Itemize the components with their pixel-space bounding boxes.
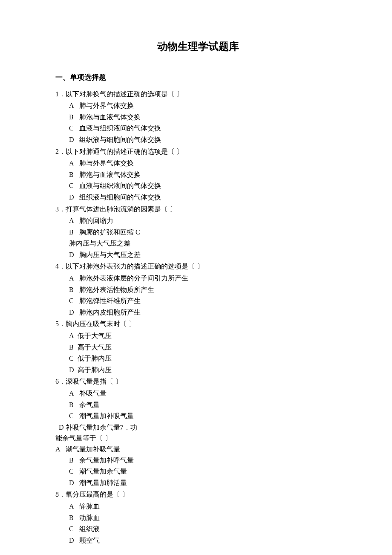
- question-3: 3．打算气体进出肺泡流淌的因素是〔 〕A 肺的回缩力B 胸廓的扩张和回缩 C肺内…: [55, 204, 341, 260]
- q7-option-d: D 潮气量加肺活量: [69, 477, 341, 489]
- option-letter: C: [69, 410, 78, 422]
- option-text: 潮气量加补吸气量: [78, 412, 134, 419]
- question-stem: 4．以下对肺泡外表张力的描述正确的选项是〔 〕: [55, 261, 341, 272]
- options-list: A 肺与外界气体交换B 肺泡与血液气体交换C 血液与组织液间的气体交换D 组织液…: [55, 158, 341, 202]
- option-d: D 肺泡内皮细胞所产生: [69, 307, 341, 318]
- option-letter: B: [69, 284, 78, 295]
- option-b: B 余气量: [69, 399, 341, 410]
- option-letter: A: [69, 215, 78, 226]
- option-text: 颗空气: [78, 537, 100, 544]
- question-stem: 8．氧分压最高的是〔 〕: [55, 489, 341, 500]
- option-wrapped: 肺内压与大气压之差: [69, 238, 341, 249]
- option-letter: A: [69, 100, 78, 111]
- page-title: 动物生理学试题库: [55, 38, 341, 55]
- option-letter: B: [69, 169, 78, 180]
- option-d: D 胸内压与大气压之差: [69, 249, 341, 260]
- option-a: A 肺与外界气体交换: [69, 158, 341, 169]
- question-text: 以下对肺通气的描述正确的选项是〔 〕: [66, 148, 183, 155]
- option-c: C 潮气量加补吸气量: [69, 410, 341, 422]
- question-2: 2．以下对肺通气的描述正确的选项是〔 〕A 肺与外界气体交换B 肺泡与血液气体交…: [55, 146, 341, 203]
- option-text: 组织液与细胞间的气体交换: [78, 136, 161, 143]
- option-letter: B: [69, 455, 78, 466]
- question-number: 5．: [55, 318, 66, 330]
- option-text: 补吸气量: [78, 390, 107, 397]
- option-text: 肺与外界气体交换: [78, 159, 134, 167]
- option-letter: C: [69, 353, 76, 364]
- question-5: 5．胸内压在吸气末时〔 〕A 低于大气压B 高于大气压C 低于肺内压D 高于肺内…: [55, 318, 341, 375]
- option-letter: C: [69, 466, 78, 477]
- option-a: A 低于大气压: [69, 330, 341, 341]
- option-text: 肺泡外表液体层的分子间引力所产生: [78, 275, 188, 282]
- option-a: A 静脉血: [69, 501, 341, 512]
- option-text: 肺泡弹性纤维所产生: [78, 297, 141, 304]
- options-list: A 肺的回缩力B 胸廓的扩张和回缩 C肺内压与大气压之差D 胸内压与大气压之差: [55, 215, 341, 260]
- question-number: 2．: [55, 146, 66, 157]
- option-c: C 低于肺内压: [69, 353, 341, 364]
- option-text: 肺的回缩力: [78, 217, 113, 224]
- option-d: D 高于肺内压: [69, 364, 341, 376]
- question-text: 深吸气量是指〔 〕: [66, 378, 122, 385]
- option-text: 肺与外界气体交换: [78, 102, 134, 109]
- option-text: 血液与组织液间的气体交换: [78, 124, 161, 132]
- question-7: 8．氧分压最高的是〔 〕A 静脉血B 动脉血C 组织液D 颗空气: [55, 489, 341, 546]
- option-d-with-q7-start: D 补吸气量加余气量7．功: [55, 422, 341, 433]
- option-letter: D: [69, 192, 78, 203]
- question-4: 4．以下对肺泡外表张力的描述正确的选项是〔 〕A 肺泡外表液体层的分子间引力所产…: [55, 261, 341, 318]
- option-letter: D: [69, 364, 76, 376]
- option-a: A 肺泡外表液体层的分子间引力所产生: [69, 273, 341, 284]
- question-text: 胸内压在吸气末时〔 〕: [66, 320, 135, 327]
- option-letter: A: [69, 501, 78, 512]
- question-7-continuation: 能余气量等于〔 〕: [55, 433, 341, 444]
- question-number: 6．: [55, 376, 66, 387]
- q7-option-c: C 潮气量加余气量: [69, 466, 341, 477]
- option-letter: C: [69, 180, 78, 191]
- option-a: A 肺的回缩力: [69, 215, 341, 226]
- option-text: 余气量加补呼气量: [78, 457, 134, 464]
- option-letter: A: [55, 444, 64, 455]
- option-d: D 颗空气: [69, 535, 341, 546]
- option-text: 胸廓的扩张和回缩 C: [78, 228, 140, 236]
- option-letter: D: [69, 477, 78, 489]
- option-letter: B: [69, 227, 78, 238]
- option-text: 动脉血: [78, 514, 100, 521]
- option-text: 静脉血: [78, 503, 100, 510]
- option-text: 肺泡与血液气体交换: [78, 171, 141, 178]
- option-b: B 肺泡与血液气体交换: [69, 169, 341, 180]
- option-text: 余气量: [78, 401, 100, 408]
- question-1: 1．以下对肺换气的描述正确的选项是〔 〕A 肺与外界气体交换B 肺泡与血液气体交…: [55, 89, 341, 145]
- option-a: A 肺与外界气体交换: [69, 100, 341, 111]
- option-text: 胸内压与大气压之差: [78, 251, 141, 258]
- option-b: B 胸廓的扩张和回缩 C: [69, 227, 341, 238]
- option-letter: A: [69, 388, 78, 399]
- question-stem: 3．打算气体进出肺泡流淌的因素是〔 〕: [55, 204, 341, 215]
- q7-option-b: B 余气量加补呼气量: [69, 455, 341, 466]
- option-text: 高于大气压: [76, 344, 112, 351]
- q7-option-a: A 潮气量加补吸气量: [55, 444, 341, 455]
- option-text: 潮气量加肺活量: [78, 479, 127, 486]
- option-text: 低于大气压: [76, 332, 112, 339]
- option-text: 高于肺内压: [76, 366, 112, 373]
- section-heading: 一、单项选择题: [55, 72, 341, 83]
- option-letter: B: [69, 512, 78, 523]
- question-number: 3．: [55, 204, 66, 215]
- question-stem: 2．以下对肺通气的描述正确的选项是〔 〕: [55, 146, 341, 157]
- option-letter: B: [69, 112, 78, 123]
- option-b: B 动脉血: [69, 512, 341, 523]
- option-b: B 肺泡与血液气体交换: [69, 112, 341, 123]
- option-text: 组织液与细胞间的气体交换: [78, 194, 161, 201]
- question-stem: 6．深吸气量是指〔 〕: [55, 376, 341, 387]
- option-letter: B: [69, 399, 78, 410]
- question-number: 4．: [55, 261, 66, 272]
- option-d: D 组织液与细胞间的气体交换: [69, 134, 341, 145]
- option-text: 肺泡与血液气体交换: [78, 113, 141, 121]
- option-text: 血液与组织液间的气体交换: [78, 182, 161, 189]
- option-letter: D: [69, 535, 78, 546]
- option-c: C 肺泡弹性纤维所产生: [69, 295, 341, 306]
- option-a: A 补吸气量: [69, 388, 341, 399]
- questions-container: 1．以下对肺换气的描述正确的选项是〔 〕A 肺与外界气体交换B 肺泡与血液气体交…: [55, 89, 341, 546]
- option-letter: B: [69, 342, 76, 353]
- question-number: 1．: [55, 89, 66, 100]
- question-text: 以下对肺泡外表张力的描述正确的选项是〔 〕: [66, 263, 204, 270]
- question-text: 打算气体进出肺泡流淌的因素是〔 〕: [66, 205, 176, 213]
- question-stem: 1．以下对肺换气的描述正确的选项是〔 〕: [55, 89, 341, 100]
